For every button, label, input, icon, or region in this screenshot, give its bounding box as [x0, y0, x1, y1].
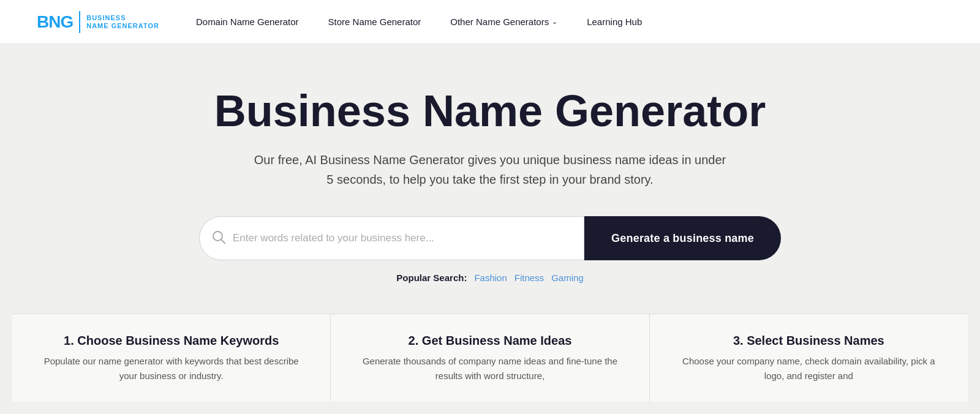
nav-learning-hub[interactable]: Learning Hub [587, 17, 642, 27]
svg-line-1 [222, 239, 225, 243]
generate-button[interactable]: Generate a business name [584, 216, 781, 260]
nav-other-name-generators[interactable]: Other Name Generators ⌄ [450, 17, 557, 27]
main-nav: Domain Name Generator Store Name Generat… [196, 17, 943, 27]
svg-point-0 [213, 231, 222, 241]
step-2: 2. Get Business Name Ideas Generate thou… [331, 314, 649, 402]
chevron-down-icon: ⌄ [552, 18, 557, 26]
step-1: 1. Choose Business Name Keywords Populat… [12, 314, 331, 402]
step-3-description: Choose your company name, check domain a… [680, 354, 937, 383]
step-3: 3. Select Business Names Choose your com… [650, 314, 968, 402]
popular-search-label: Popular Search: [396, 273, 467, 283]
hero-section: Business Name Generator Our free, AI Bus… [0, 44, 980, 414]
step-1-title: 1. Choose Business Name Keywords [43, 334, 300, 348]
search-icon [212, 230, 225, 247]
logo-name-generator: NAME GENERATOR [86, 22, 159, 29]
logo-bng: BNG [37, 12, 73, 32]
popular-tag-fashion[interactable]: Fashion [474, 273, 507, 283]
popular-tag-fitness[interactable]: Fitness [514, 273, 544, 283]
step-3-title: 3. Select Business Names [680, 334, 937, 348]
search-container: Generate a business name [199, 216, 781, 260]
header: BNG BUSINESS NAME GENERATOR Domain Name … [0, 0, 980, 44]
logo[interactable]: BNG BUSINESS NAME GENERATOR [37, 11, 159, 33]
hero-subtitle: Our free, AI Business Name Generator giv… [251, 150, 729, 189]
page-title: Business Name Generator [214, 87, 766, 135]
popular-search: Popular Search: Fashion Fitness Gaming [396, 273, 583, 283]
step-1-description: Populate our name generator with keyword… [43, 354, 300, 383]
popular-tag-gaming[interactable]: Gaming [551, 273, 584, 283]
nav-domain-name-generator[interactable]: Domain Name Generator [196, 17, 299, 27]
logo-business: BUSINESS [86, 14, 159, 21]
search-input-wrapper [199, 216, 584, 260]
logo-divider [79, 11, 80, 33]
logo-text: BUSINESS NAME GENERATOR [86, 14, 159, 29]
search-input[interactable] [233, 232, 571, 244]
step-2-title: 2. Get Business Name Ideas [361, 334, 618, 348]
nav-store-name-generator[interactable]: Store Name Generator [328, 17, 421, 27]
step-2-description: Generate thousands of company name ideas… [361, 354, 618, 383]
steps-section: 1. Choose Business Name Keywords Populat… [12, 314, 968, 402]
